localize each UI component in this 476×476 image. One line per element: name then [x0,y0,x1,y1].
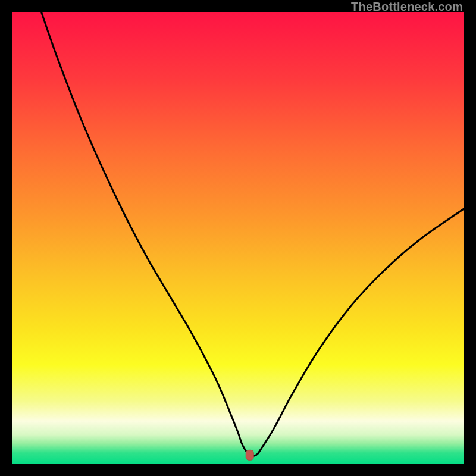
optimum-marker [246,450,253,460]
gradient-background [12,12,464,464]
bottleneck-chart [12,12,464,464]
chart-frame: TheBottleneck.com [0,0,476,476]
